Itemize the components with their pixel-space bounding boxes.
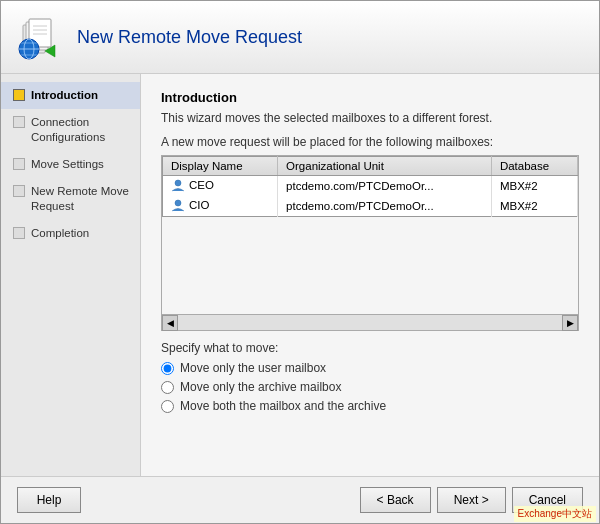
- table-row[interactable]: CIOptcdemo.com/PTCDemoOr...MBX#2: [163, 196, 578, 217]
- cell-display-name: CIO: [163, 196, 278, 217]
- step-icon-completion: [13, 227, 25, 239]
- radio-move-user-input[interactable]: [161, 362, 174, 375]
- horizontal-scrollbar[interactable]: ◀ ▶: [161, 315, 579, 331]
- sidebar-label-new-remote-move-request: New Remote Move Request: [31, 184, 130, 214]
- sidebar-item-connection-configurations[interactable]: Connection Configurations: [1, 109, 140, 151]
- sidebar-label-move-settings: Move Settings: [31, 157, 104, 172]
- radio-move-both-label: Move both the mailbox and the archive: [180, 399, 386, 413]
- sidebar: IntroductionConnection ConfigurationsMov…: [1, 74, 141, 476]
- footer-left: Help: [17, 487, 81, 513]
- sidebar-item-completion[interactable]: Completion: [1, 220, 140, 247]
- sidebar-item-move-settings[interactable]: Move Settings: [1, 151, 140, 178]
- radio-move-user-label: Move only the user mailbox: [180, 361, 326, 375]
- sidebar-item-new-remote-move-request[interactable]: New Remote Move Request: [1, 178, 140, 220]
- cell-ou: ptcdemo.com/PTCDemoOr...: [278, 196, 492, 217]
- dialog-body: IntroductionConnection ConfigurationsMov…: [1, 74, 599, 476]
- scroll-right-button[interactable]: ▶: [562, 315, 578, 331]
- cell-ou: ptcdemo.com/PTCDemoOr...: [278, 176, 492, 197]
- dialog-window: New Remote Move Request IntroductionConn…: [0, 0, 600, 524]
- sidebar-label-introduction: Introduction: [31, 88, 98, 103]
- cell-display-name: CEO: [163, 176, 278, 197]
- specify-section: Specify what to move: Move only the user…: [161, 341, 579, 413]
- radio-move-archive[interactable]: Move only the archive mailbox: [161, 380, 579, 394]
- sidebar-item-introduction[interactable]: Introduction: [1, 82, 140, 109]
- table-label: A new move request will be placed for th…: [161, 135, 579, 149]
- specify-label: Specify what to move:: [161, 341, 579, 355]
- user-icon: [171, 178, 185, 192]
- col-ou: Organizational Unit: [278, 157, 492, 176]
- help-button[interactable]: Help: [17, 487, 81, 513]
- step-icon-move-settings: [13, 158, 25, 170]
- radio-move-archive-label: Move only the archive mailbox: [180, 380, 341, 394]
- table-header-row: Display Name Organizational Unit Databas…: [163, 157, 578, 176]
- user-icon: [171, 198, 185, 212]
- radio-move-user[interactable]: Move only the user mailbox: [161, 361, 579, 375]
- radio-move-both-input[interactable]: [161, 400, 174, 413]
- dialog-title: New Remote Move Request: [77, 27, 302, 48]
- table-row[interactable]: CEOptcdemo.com/PTCDemoOr...MBX#2: [163, 176, 578, 197]
- step-icon-connection-configurations: [13, 116, 25, 128]
- radio-move-both[interactable]: Move both the mailbox and the archive: [161, 399, 579, 413]
- scroll-track: [178, 315, 562, 330]
- next-button[interactable]: Next >: [437, 487, 506, 513]
- mailbox-table-container[interactable]: Display Name Organizational Unit Databas…: [161, 155, 579, 315]
- dialog-header: New Remote Move Request: [1, 1, 599, 74]
- wizard-icon: [17, 13, 65, 61]
- content-area: Introduction This wizard moves the selec…: [141, 74, 599, 476]
- cell-database: MBX#2: [491, 196, 577, 217]
- col-display-name: Display Name: [163, 157, 278, 176]
- mailbox-table: Display Name Organizational Unit Databas…: [162, 156, 578, 217]
- section-title: Introduction: [161, 90, 579, 105]
- cell-database: MBX#2: [491, 176, 577, 197]
- back-button[interactable]: < Back: [360, 487, 431, 513]
- footer-right: < Back Next > Cancel: [360, 487, 583, 513]
- radio-move-archive-input[interactable]: [161, 381, 174, 394]
- section-description: This wizard moves the selected mailboxes…: [161, 111, 579, 125]
- step-icon-introduction: [13, 89, 25, 101]
- dialog-footer: Help < Back Next > Cancel: [1, 476, 599, 523]
- sidebar-label-completion: Completion: [31, 226, 89, 241]
- scroll-left-button[interactable]: ◀: [162, 315, 178, 331]
- cancel-button[interactable]: Cancel: [512, 487, 583, 513]
- svg-point-12: [175, 180, 181, 186]
- col-database: Database: [491, 157, 577, 176]
- step-icon-new-remote-move-request: [13, 185, 25, 197]
- sidebar-label-connection-configurations: Connection Configurations: [31, 115, 130, 145]
- svg-point-13: [175, 200, 181, 206]
